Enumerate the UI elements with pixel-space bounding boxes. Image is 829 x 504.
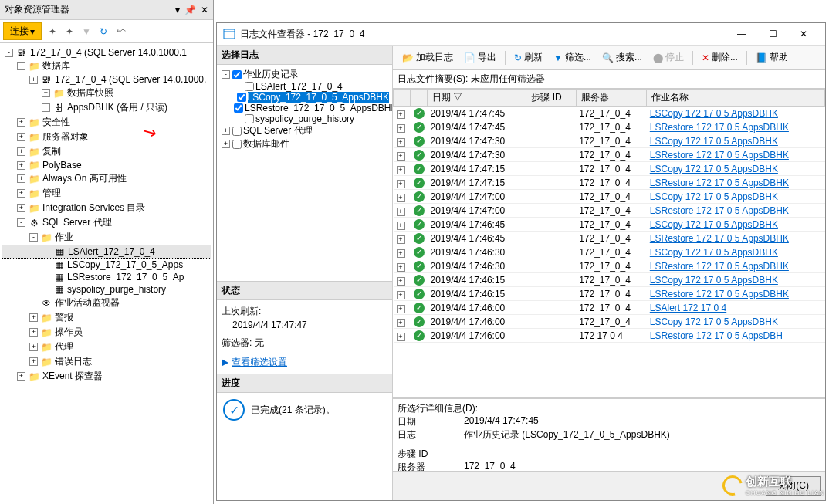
row-expander-icon[interactable]: +	[397, 319, 405, 327]
log-tree-node[interactable]: -作业历史记录	[220, 68, 389, 81]
expander-icon[interactable]: +	[17, 133, 25, 141]
delete-button[interactable]: ✕删除...	[697, 49, 743, 66]
tree-node[interactable]: -📁数据库	[2, 59, 211, 73]
tree-node[interactable]: +🖳172_17_0_4 (SQL Server 14.0.1000.	[2, 73, 211, 86]
tree-node[interactable]: +📁管理	[2, 186, 211, 201]
tree-node[interactable]: 👁作业活动监视器	[2, 296, 211, 310]
help-button[interactable]: 📘帮助	[751, 49, 793, 66]
tree-node[interactable]: ▦LSAlert_172_17_0_4	[2, 245, 211, 259]
close-button[interactable]: ✕	[788, 26, 819, 42]
dropdown-icon[interactable]: ▾	[175, 5, 180, 15]
expander-icon[interactable]: +	[17, 174, 25, 183]
close-icon[interactable]: ✕	[201, 5, 208, 15]
refresh-button[interactable]: ↻刷新	[509, 49, 547, 66]
connect-button[interactable]: 连接 ▾	[3, 22, 42, 40]
expander-icon[interactable]: +	[29, 357, 38, 366]
log-checkbox[interactable]	[245, 114, 254, 123]
tree-node[interactable]: -🖳172_17_0_4 (SQL Server 14.0.1000.1	[2, 46, 211, 59]
expander-icon[interactable]: +	[42, 103, 50, 112]
tree-node[interactable]: -⚙SQL Server 代理	[2, 215, 211, 230]
log-tree-node[interactable]: LSRestore_172_17_0_5_AppsDBHK	[220, 103, 389, 113]
table-row[interactable]: +✓2019/4/4 17:47:30172_17_0_4LSRestore 1…	[394, 148, 825, 162]
table-row[interactable]: +✓2019/4/4 17:46:00172 17 0 4LSRestore 1…	[394, 329, 825, 343]
row-expander-icon[interactable]: +	[397, 222, 405, 230]
disconnect-icon[interactable]: ✦	[46, 25, 59, 38]
search-button[interactable]: 🔍搜索...	[597, 49, 647, 66]
table-row[interactable]: +✓2019/4/4 17:47:45172_17_0_4LSCopy 172 …	[394, 107, 825, 120]
minimize-button[interactable]: —	[726, 26, 757, 42]
tree-node[interactable]: +📁操作员	[2, 325, 211, 340]
table-row[interactable]: +✓2019/4/4 17:46:00172_17_0_4LSAlert 172…	[394, 301, 825, 315]
log-tree[interactable]: -作业历史记录LSAlert_172_17_0_4LSCopy_172_17_0…	[217, 65, 392, 281]
job-link[interactable]: LSCopy 172 17 0 5 AppsDBHK	[650, 136, 778, 147]
tree-node[interactable]: +📁PolyBase	[2, 159, 211, 171]
col-server[interactable]: 服务器	[576, 90, 647, 107]
job-link[interactable]: LSRestore 172 17 0 5 AppsDBHK	[650, 205, 789, 216]
expander-icon[interactable]: +	[17, 118, 25, 127]
disconnect-all-icon[interactable]: ✦	[63, 25, 76, 38]
col-date[interactable]: 日期 ▽	[428, 90, 526, 107]
row-expander-icon[interactable]: +	[397, 263, 405, 272]
log-checkbox[interactable]	[232, 127, 242, 136]
col-jobname[interactable]: 作业名称	[647, 90, 825, 107]
tree-node[interactable]: +📁XEvent 探查器	[2, 369, 211, 384]
job-link[interactable]: LSRestore 172 17 0 5 AppsDBHK	[650, 122, 789, 133]
row-expander-icon[interactable]: +	[397, 124, 405, 133]
table-row[interactable]: +✓2019/4/4 17:46:15172_17_0_4LSRestore 1…	[394, 287, 825, 301]
job-link[interactable]: LSCopy 172 17 0 5 AppsDBHK	[650, 247, 778, 258]
row-expander-icon[interactable]: +	[397, 277, 405, 286]
job-link[interactable]: LSCopy 172 17 0 5 AppsDBHK	[650, 191, 778, 202]
maximize-button[interactable]: ☐	[757, 26, 788, 42]
log-checkbox[interactable]	[232, 70, 242, 79]
expander-icon[interactable]: -	[5, 49, 13, 57]
row-expander-icon[interactable]: +	[397, 152, 405, 161]
log-tree-node[interactable]: +数据库邮件	[220, 137, 389, 151]
activity-icon[interactable]: ⬿	[114, 25, 127, 38]
expander-icon[interactable]: +	[29, 343, 38, 351]
refresh-icon[interactable]: ↻	[97, 25, 110, 38]
table-row[interactable]: +✓2019/4/4 17:47:00172_17_0_4LSCopy 172 …	[394, 190, 825, 204]
tree-node[interactable]: +🗄AppsDBHK (备用 / 只读)	[2, 100, 211, 115]
job-link[interactable]: LSRestore 172 17 0 5 AppsDBHK	[650, 150, 789, 161]
log-checkbox[interactable]	[245, 82, 254, 91]
row-expander-icon[interactable]: +	[397, 166, 405, 174]
table-row[interactable]: +✓2019/4/4 17:47:15172_17_0_4LSCopy 172 …	[394, 162, 825, 176]
filter-settings-link[interactable]: 查看筛选设置	[232, 357, 287, 367]
expander-icon[interactable]: +	[29, 313, 38, 322]
tree-node[interactable]: ▦LSRestore_172_17_0_5_Ap	[2, 271, 211, 283]
job-link[interactable]: LSCopy 172 17 0 5 AppsDBHK	[650, 219, 778, 230]
table-row[interactable]: +✓2019/4/4 17:46:45172_17_0_4LSRestore 1…	[394, 232, 825, 245]
table-row[interactable]: +✓2019/4/4 17:47:30172_17_0_4LSCopy 172 …	[394, 134, 825, 148]
row-expander-icon[interactable]: +	[397, 194, 405, 202]
tree-node[interactable]: +📁服务器对象	[2, 130, 211, 144]
job-link[interactable]: LSCopy 172 17 0 5 AppsDBHK	[650, 164, 778, 174]
table-row[interactable]: +✓2019/4/4 17:47:15172_17_0_4LSRestore 1…	[394, 176, 825, 190]
tree-node[interactable]: +📁复制	[2, 144, 211, 159]
job-link[interactable]: LSRestore 172 17 0 5 AppsDBH	[650, 330, 783, 341]
tree-node[interactable]: +📁警报	[2, 310, 211, 325]
tree-node[interactable]: +📁安全性	[2, 115, 211, 130]
table-row[interactable]: +✓2019/4/4 17:46:30172_17_0_4LSCopy 172 …	[394, 245, 825, 259]
expander-icon[interactable]: +	[17, 161, 25, 170]
expander-icon[interactable]: +	[222, 140, 230, 148]
window-titlebar[interactable]: 日志文件查看器 - 172_17_0_4 — ☐ ✕	[217, 23, 825, 46]
row-expander-icon[interactable]: +	[397, 235, 405, 244]
expander-icon[interactable]: +	[17, 189, 25, 198]
expander-icon[interactable]: -	[29, 233, 38, 242]
job-link[interactable]: LSCopy 172 17 0 5 AppsDBHK	[650, 316, 778, 327]
object-tree[interactable]: -🖳172_17_0_4 (SQL Server 14.0.1000.1-📁数据…	[0, 43, 213, 504]
tree-node[interactable]: +📁数据库快照	[2, 86, 211, 100]
tree-node[interactable]: +📁代理	[2, 340, 211, 354]
pin-icon[interactable]: 📌	[184, 5, 196, 15]
table-row[interactable]: +✓2019/4/4 17:47:00172_17_0_4LSRestore 1…	[394, 204, 825, 218]
tree-node[interactable]: +📁Always On 高可用性	[2, 171, 211, 186]
tree-node[interactable]: ▦LSCopy_172_17_0_5_Apps	[2, 259, 211, 271]
table-row[interactable]: +✓2019/4/4 17:46:15172_17_0_4LSCopy 172 …	[394, 273, 825, 287]
expander-icon[interactable]: +	[42, 89, 50, 97]
job-link[interactable]: LSCopy 172 17 0 5 AppsDBHK	[650, 275, 778, 286]
log-tree-node[interactable]: +SQL Server 代理	[220, 124, 389, 137]
export-button[interactable]: 📄导出	[459, 49, 501, 66]
row-expander-icon[interactable]: +	[397, 305, 405, 313]
row-expander-icon[interactable]: +	[397, 333, 405, 341]
expander-icon[interactable]: +	[17, 147, 25, 156]
